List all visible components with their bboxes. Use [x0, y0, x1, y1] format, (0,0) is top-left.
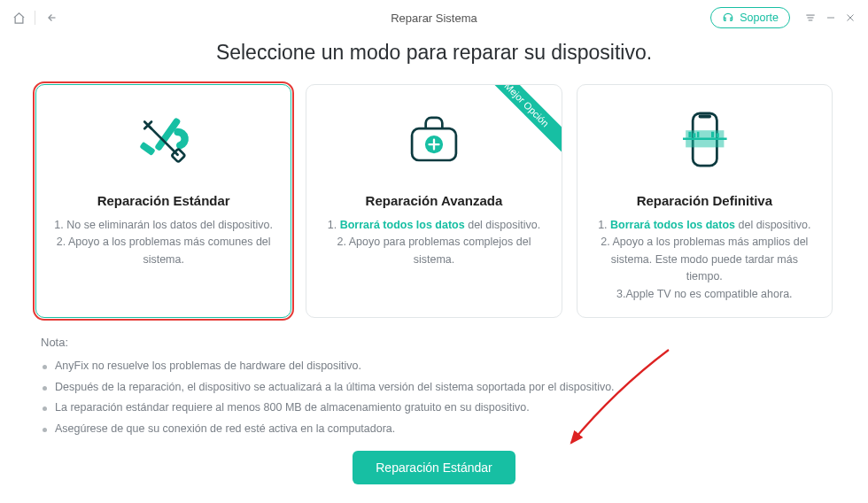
notes-list: AnyFix no resuelve los problemas de hard…: [41, 356, 827, 440]
mode-card-ultimate[interactable]: Reparación Definitiva 1. Borrará todos l…: [577, 84, 833, 318]
menu-icon[interactable]: [804, 12, 817, 24]
home-icon[interactable]: [12, 12, 26, 25]
mode-card-advanced[interactable]: Mejor Opción Reparación Avanzada 1. Borr…: [306, 84, 562, 318]
mode-card-standard[interactable]: Reparación Estándar 1. No se eliminarán …: [35, 84, 291, 318]
start-repair-button[interactable]: Reparación Estándar: [353, 451, 515, 484]
note-item: Después de la reparación, el dispositivo…: [41, 377, 827, 399]
notes-heading: Nota:: [41, 336, 827, 349]
card-line: 2. Apoyo a los problemas más comunes del…: [52, 234, 275, 268]
card-line: 3.Apple TV no es compatible ahora.: [593, 286, 816, 303]
card-title: Reparación Definitiva: [593, 193, 816, 208]
svg-rect-19: [694, 133, 696, 137]
card-line: 1. No se eliminarán los datos del dispos…: [52, 217, 275, 234]
svg-rect-18: [689, 132, 692, 137]
note-item: La reparación estándar requiere al menos…: [41, 398, 827, 419]
card-line: 2. Apoyo para problemas complejos del si…: [322, 234, 545, 268]
page-heading: Seleccione un modo para reparar su dispo…: [0, 41, 868, 65]
svg-rect-21: [711, 132, 714, 137]
medkit-icon: [322, 104, 545, 179]
support-button[interactable]: Soporte: [710, 7, 790, 28]
card-line: 1. Borrará todos los datos del dispositi…: [593, 217, 816, 234]
note-item: AnyFix no resuelve los problemas de hard…: [41, 356, 827, 377]
support-label: Soporte: [740, 12, 779, 24]
card-line: 1. Borrará todos los datos del dispositi…: [322, 217, 545, 234]
tools-icon: [52, 104, 275, 179]
svg-rect-7: [139, 142, 155, 156]
card-title: Reparación Avanzada: [322, 193, 545, 208]
minimize-icon[interactable]: [825, 12, 836, 23]
card-title: Reparación Estándar: [52, 193, 275, 208]
svg-rect-20: [697, 132, 699, 137]
svg-rect-22: [717, 133, 719, 137]
svg-rect-15: [699, 115, 711, 119]
phone-scan-icon: [593, 104, 816, 179]
card-line: 2. Apoyo a los problemas más amplios del…: [593, 234, 816, 285]
divider: [35, 11, 35, 25]
back-icon[interactable]: [44, 12, 60, 24]
close-icon[interactable]: [845, 12, 856, 23]
note-item: Asegúrese de que su conexión de red esté…: [41, 419, 827, 440]
